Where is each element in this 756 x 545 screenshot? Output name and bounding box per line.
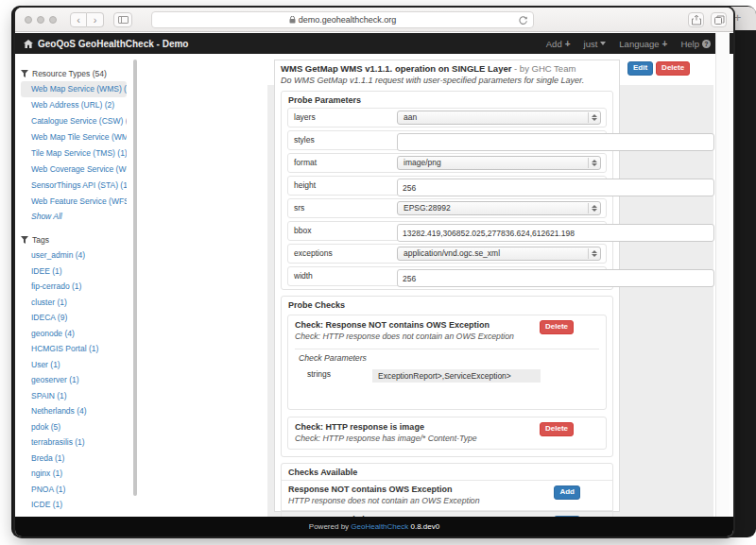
sidebar-item-resource-type[interactable]: SensorThings API (STA) (1) [21, 178, 127, 194]
sidebar-item-tag[interactable]: user_admin (4) [21, 247, 127, 264]
probe-title-text: WMS GetMap WMS v1.1.1. operation on SING… [281, 63, 511, 74]
sidebar-item-label: Web Map Service (WMS) (26) [31, 84, 127, 94]
sidebar-item-label: Web Map Tile Service (WMTS) (4) [31, 132, 127, 142]
sidebar-item-resource-type[interactable]: Web Coverage Service (WCS) (2) [21, 162, 127, 178]
sidebar-item-tag[interactable]: HCMGIS Portal (1) [21, 341, 127, 357]
check-parameters: Check Parameters strings ExceptionReport… [295, 349, 599, 403]
param-select-value: aan [404, 112, 417, 122]
tag-label: ICDE (1) [31, 500, 62, 509]
sidebar-item-tag[interactable]: PNOA (1) [21, 482, 127, 498]
browser-window: demo.geohealthcheck.org GeoQoS GeoHealth… [15, 8, 733, 536]
sidebar-item-tag[interactable]: geonode (4) [21, 326, 127, 342]
sidebar-item-tag[interactable]: ICDE (1) [21, 497, 127, 513]
form-row: bbox [287, 221, 607, 241]
tag-label: IDEE (1) [31, 266, 62, 276]
filter-icon [21, 70, 28, 77]
nav-add[interactable]: Add [546, 39, 571, 49]
show-all-link[interactable]: Show All [21, 210, 132, 224]
sidebar-item-tag[interactable]: cluster (1) [21, 295, 127, 311]
nav-help[interactable]: Help [680, 39, 711, 49]
sidebar-item-tag[interactable]: SPAIN (1) [21, 388, 127, 404]
param-input[interactable] [397, 269, 714, 287]
sidebar-item-tag[interactable]: terrabrasilis (1) [21, 434, 127, 451]
close-window-button[interactable] [25, 16, 32, 24]
sidebar-icon [118, 16, 129, 24]
nav-language-dropdown[interactable]: Language [619, 39, 667, 49]
resource-types-list: Web Map Service (WMS) (26) Web Address (… [21, 81, 132, 210]
sidebar-item-tag[interactable]: pdok (5) [21, 419, 127, 435]
form-row: srs EPSG:28992 [287, 198, 607, 218]
resource-types-label: Resource Types (54) [32, 69, 107, 78]
probe-checks-panel: Probe Checks Check: Response NOT contain… [281, 296, 613, 457]
param-select[interactable]: EPSG:28992 [397, 201, 601, 215]
check-delete-button[interactable]: Delete [540, 320, 574, 334]
address-bar[interactable]: demo.geohealthcheck.org [151, 11, 534, 28]
tab-overview-button[interactable] [711, 12, 727, 27]
tags-list: user_admin (4) IDEE (1) fip-cerrado (1) … [21, 247, 132, 517]
share-button[interactable] [688, 12, 704, 27]
checks-available-panel: Checks Available Response NOT contains O… [281, 463, 613, 517]
question-icon [702, 40, 711, 48]
chevron-down-icon [600, 42, 606, 48]
url-text: demo.geohealthcheck.org [299, 15, 397, 25]
param-select[interactable]: image/png [397, 156, 601, 170]
available-check-add-button[interactable]: Add [554, 485, 580, 500]
sidebar-toggle-button[interactable] [113, 12, 132, 27]
footer-prefix: Powered by [309, 522, 349, 531]
home-icon [24, 40, 33, 48]
nav-language-label: Language [619, 39, 659, 49]
param-input[interactable] [397, 179, 714, 196]
sidebar-item-tag[interactable]: fip-cerrado (1) [21, 279, 127, 295]
tabs-icon [714, 15, 725, 26]
param-input[interactable] [397, 133, 714, 151]
sidebar-item-tag[interactable]: IDECA (9) [21, 310, 127, 326]
footer-link[interactable]: GeoHealthCheck [351, 522, 408, 531]
sidebar-item-tag[interactable]: User (1) [21, 357, 127, 373]
resource-types-header: Resource Types (54) [21, 66, 132, 81]
check-delete-button[interactable]: Delete [540, 422, 574, 436]
param-select-value: EPSG:28992 [404, 203, 451, 213]
sidebar-item-tag[interactable]: nginx (1) [21, 466, 127, 482]
probe-parameters-rows: layers aan styles [282, 108, 612, 286]
history-buttons [70, 12, 104, 27]
navbar-brand[interactable]: GeoQoS GeoHealthCheck - Demo [24, 33, 188, 54]
lock-icon [289, 13, 296, 28]
form-row: exceptions application/vnd.ogc.se_xml [287, 244, 607, 264]
sidebar-item-resource-type[interactable]: Catalogue Service (CSW) (13) [21, 113, 127, 129]
sidebar-item-resource-type[interactable]: Web Map Tile Service (WMTS) (4) [21, 129, 127, 145]
tag-label: fip-cerrado (1) [31, 281, 81, 291]
param-select[interactable]: aan [397, 111, 601, 125]
zoom-window-button[interactable] [49, 16, 57, 24]
nav-user-dropdown[interactable]: just [584, 39, 607, 49]
sidebar-item-resource-type[interactable]: Web Feature Service (WFS) (5) [21, 194, 127, 210]
param-select-value: image/png [404, 158, 441, 167]
page-scrollbar[interactable] [715, 33, 730, 517]
tag-label: Breda (1) [31, 453, 64, 463]
sidebar-item-tag[interactable]: Netherlands (4) [21, 403, 127, 419]
edit-button[interactable]: Edit [627, 61, 653, 76]
available-check-row: Response NOT contains OWS Exception Add … [282, 480, 612, 510]
tag-label: PNOA (1) [31, 485, 65, 494]
reload-button[interactable] [518, 15, 528, 26]
sidebar-item-tag[interactable]: geoserver (1) [21, 372, 127, 388]
check-parameter-label: strings [295, 369, 372, 383]
back-button[interactable] [70, 12, 87, 27]
sidebar-item-tag[interactable]: IDEE (1) [21, 264, 127, 280]
nav-user-label: just [584, 39, 598, 49]
sidebar-item-tag[interactable]: Breda (1) [21, 451, 127, 467]
navbar-menu: Add just Language Help [546, 33, 711, 54]
filter-icon [21, 236, 28, 244]
probe-parameters-heading: Probe Parameters [282, 92, 612, 108]
sidebar-scrollbar[interactable] [133, 60, 137, 496]
minimize-window-button[interactable] [37, 16, 44, 24]
tag-label: SPAIN (1) [31, 391, 67, 400]
delete-button[interactable]: Delete [656, 61, 690, 76]
param-select[interactable]: application/vnd.ogc.se_xml [397, 247, 601, 261]
app-navbar: GeoQoS GeoHealthCheck - Demo Add just La… [15, 33, 733, 54]
forward-button[interactable] [87, 12, 104, 27]
param-input[interactable] [397, 224, 714, 242]
sidebar-item-resource-type[interactable]: Web Address (URL) (2) [21, 97, 127, 113]
sidebar-item-resource-type[interactable]: Tile Map Service (TMS) (1) [21, 145, 127, 162]
sidebar-item-resource-type[interactable]: Web Map Service (WMS) (26) [21, 81, 127, 97]
check-box: Check: HTTP response is image Delete Che… [287, 417, 607, 450]
